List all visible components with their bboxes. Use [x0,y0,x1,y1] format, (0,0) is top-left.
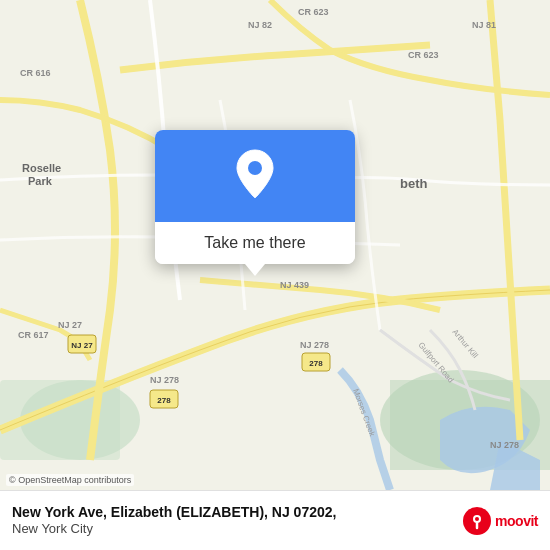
popup-pointer [245,264,265,276]
take-me-there-button[interactable]: Take me there [155,222,355,264]
bottom-bar: New York Ave, Elizabeth (ELIZABETH), NJ … [0,490,550,550]
svg-point-28 [248,161,262,175]
svg-text:NJ 27: NJ 27 [58,320,82,330]
address-line2: New York City [12,521,538,538]
svg-text:NJ 439: NJ 439 [280,280,309,290]
svg-text:beth: beth [400,176,428,191]
svg-text:278: 278 [309,359,323,368]
moovit-logo: moovit [463,507,538,535]
svg-text:Park: Park [28,175,53,187]
svg-text:Roselle: Roselle [22,162,61,174]
svg-text:CR 616: CR 616 [20,68,51,78]
address-line1: New York Ave, Elizabeth (ELIZABETH), NJ … [12,503,538,521]
address-block: New York Ave, Elizabeth (ELIZABETH), NJ … [12,503,538,538]
svg-text:NJ 27: NJ 27 [71,341,93,350]
location-pin-icon [233,148,277,200]
svg-point-30 [475,517,479,521]
osm-attribution: © OpenStreetMap contributors [6,474,134,486]
svg-text:NJ 82: NJ 82 [248,20,272,30]
popup-top [155,130,355,222]
map-container: CR 623 CR 623 NJ 82 NJ 81 CR 616 NJ 27 N… [0,0,550,490]
svg-text:NJ 278: NJ 278 [300,340,329,350]
moovit-icon [463,507,491,535]
svg-text:NJ 278: NJ 278 [490,440,519,450]
svg-text:CR 623: CR 623 [298,7,329,17]
svg-text:NJ 81: NJ 81 [472,20,496,30]
popup-card: Take me there [155,130,355,264]
moovit-text: moovit [495,513,538,529]
svg-text:278: 278 [157,396,171,405]
svg-text:NJ 278: NJ 278 [150,375,179,385]
svg-text:CR 623: CR 623 [408,50,439,60]
svg-text:CR 617: CR 617 [18,330,49,340]
